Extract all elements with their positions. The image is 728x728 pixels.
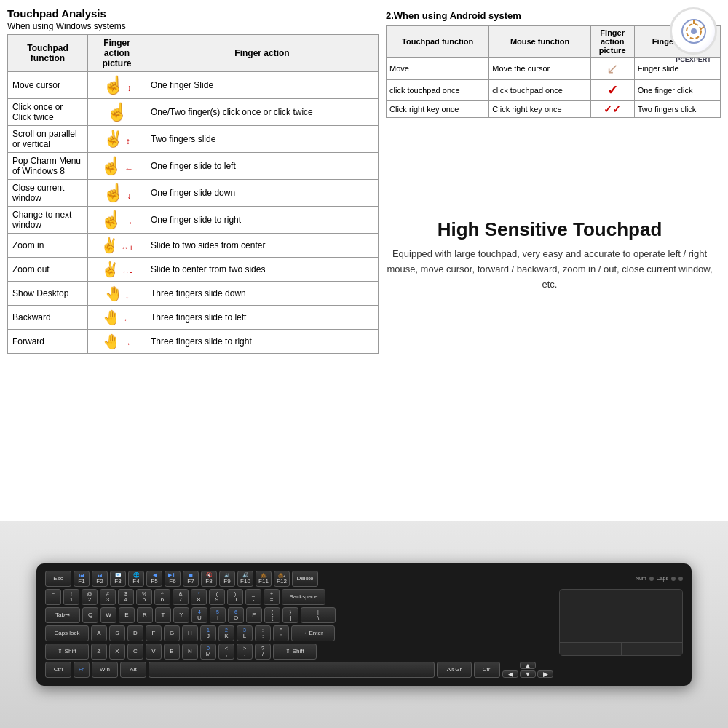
key-rbracket[interactable]: }]: [282, 607, 298, 623]
key-semicolon[interactable]: :;: [255, 625, 271, 641]
key-comma[interactable]: <,: [218, 644, 234, 660]
key-z[interactable]: Z: [91, 644, 107, 660]
key-p[interactable]: P: [246, 607, 262, 623]
key-b[interactable]: B: [164, 644, 180, 660]
key-slash[interactable]: ?/: [255, 644, 271, 660]
table-row: Move cursor ☝ ↕ One finger Slide: [8, 72, 379, 99]
key-s[interactable]: S: [109, 625, 125, 641]
key-m[interactable]: 0M: [200, 644, 216, 660]
key-f2[interactable]: ⏭F2: [92, 571, 108, 587]
key-k[interactable]: 2K: [218, 625, 234, 641]
key-lshift[interactable]: ⇧ Shift: [45, 644, 89, 660]
key-rshift[interactable]: ⇧ Shift: [273, 644, 317, 660]
key-d[interactable]: D: [127, 625, 143, 641]
key-fn[interactable]: Fn: [74, 662, 90, 678]
key-f6[interactable]: ▶⏸F6: [165, 571, 181, 587]
key-1[interactable]: !1: [63, 589, 79, 605]
key-delete[interactable]: Delete: [292, 571, 318, 587]
key-u[interactable]: 4U: [191, 607, 207, 623]
fn-move-cursor: Move cursor: [8, 72, 88, 99]
key-f12[interactable]: 🔆+F12: [274, 571, 290, 587]
keyboard-body: Esc ⏮F1 ⏭F2 📧F3 🌐F4 ◀F5 ▶⏸F6 ⏹F7 🔇F8 🔉F9…: [36, 563, 692, 686]
touchpad-right-button[interactable]: [622, 643, 683, 655]
touchpad[interactable]: [559, 589, 683, 656]
touchpad-buttons: [560, 642, 682, 655]
key-t[interactable]: T: [155, 607, 171, 623]
key-backslash[interactable]: |\: [301, 607, 336, 623]
touchpad-left-button[interactable]: [560, 643, 622, 655]
arrow-cluster: ▲ ◀ ▼ ▶: [502, 662, 553, 678]
key-ctrl-left[interactable]: Ctrl: [45, 662, 71, 678]
key-8[interactable]: *8: [191, 589, 207, 605]
pic-move-cursor: ☝ ↕: [88, 72, 146, 99]
key-y[interactable]: Y: [173, 607, 189, 623]
key-backspace[interactable]: Backspace: [282, 589, 325, 605]
key-f5[interactable]: ◀F5: [146, 571, 162, 587]
key-ctrl-right[interactable]: Ctrl: [474, 662, 500, 678]
key-alt-left[interactable]: Alt: [120, 662, 146, 678]
keyboard-section: Esc ⏮F1 ⏭F2 📧F3 🌐F4 ◀F5 ▶⏸F6 ⏹F7 🔇F8 🔉F9…: [0, 521, 728, 728]
left-title: Touchpad Analysis: [7, 7, 379, 20]
key-right[interactable]: ▶: [537, 670, 553, 678]
key-w[interactable]: W: [100, 607, 116, 623]
key-x[interactable]: X: [109, 644, 125, 660]
key-f7[interactable]: ⏹F7: [183, 571, 199, 587]
key-h[interactable]: H: [182, 625, 198, 641]
fn-move: Move: [387, 58, 489, 80]
key-v[interactable]: V: [146, 644, 162, 660]
key-9[interactable]: (9: [209, 589, 225, 605]
key-7[interactable]: &7: [173, 589, 189, 605]
key-n[interactable]: N: [182, 644, 198, 660]
key-left[interactable]: ◀: [502, 670, 518, 678]
key-f9[interactable]: 🔉F9: [219, 571, 235, 587]
key-a[interactable]: A: [91, 625, 107, 641]
key-win[interactable]: Win: [92, 662, 118, 678]
key-f4[interactable]: 🌐F4: [128, 571, 144, 587]
key-quote[interactable]: "': [273, 625, 289, 641]
key-6[interactable]: ^6: [154, 589, 170, 605]
fn-click: Click once orClick twice: [8, 99, 88, 126]
key-3[interactable]: #3: [100, 589, 116, 605]
key-altgr[interactable]: Alt Gr: [437, 662, 472, 678]
key-g[interactable]: G: [164, 625, 180, 641]
key-l[interactable]: 3L: [237, 625, 253, 641]
mouse-touchpad-once: click touchpad once: [489, 80, 590, 101]
key-e[interactable]: E: [119, 607, 135, 623]
key-0[interactable]: )0: [227, 589, 243, 605]
key-space[interactable]: [149, 662, 435, 678]
key-caps[interactable]: Caps lock: [45, 625, 89, 641]
action-next-window: One finger slide to right: [146, 207, 379, 234]
key-f11[interactable]: 🔆-F11: [256, 571, 272, 587]
key-f3[interactable]: 📧F3: [110, 571, 126, 587]
key-f10[interactable]: 🔊F10: [237, 571, 253, 587]
right-th-pic: Finger action picture: [590, 26, 634, 58]
key-q[interactable]: Q: [82, 607, 98, 623]
key-tilde[interactable]: ~`: [45, 589, 61, 605]
key-lbracket[interactable]: {[: [264, 607, 280, 623]
kb-row-5: Ctrl Fn Win Alt Alt Gr Ctrl ▲ ◀ ▼: [45, 662, 553, 678]
key-minus[interactable]: _-: [245, 589, 261, 605]
key-i[interactable]: 5I: [210, 607, 226, 623]
touchpad-surface[interactable]: [560, 590, 682, 642]
key-tab[interactable]: Tab⇥: [45, 607, 80, 623]
key-j[interactable]: 1J: [200, 625, 216, 641]
key-period[interactable]: >.: [237, 644, 253, 660]
key-4[interactable]: $4: [118, 589, 134, 605]
key-o[interactable]: 6O: [228, 607, 244, 623]
key-2[interactable]: @2: [82, 589, 98, 605]
fn-next-window: Change to next window: [8, 207, 88, 234]
key-f8[interactable]: 🔇F8: [201, 571, 217, 587]
key-f[interactable]: F: [146, 625, 162, 641]
key-equals[interactable]: +=: [264, 589, 280, 605]
key-enter[interactable]: ←Enter: [291, 625, 335, 641]
key-up[interactable]: ▲: [520, 662, 536, 669]
key-r[interactable]: R: [137, 607, 153, 623]
caps-label: Caps: [657, 576, 668, 581]
key-c[interactable]: C: [127, 644, 143, 660]
key-esc[interactable]: Esc: [45, 571, 71, 587]
key-f1[interactable]: ⏮F1: [74, 571, 90, 587]
fn-scroll: Scroll on parallel or vertical: [8, 126, 88, 153]
table-row: Show Desktop 🤚 ↓ Three fingers slide dow…: [8, 282, 379, 306]
key-5[interactable]: %5: [136, 589, 152, 605]
key-down[interactable]: ▼: [520, 670, 536, 678]
